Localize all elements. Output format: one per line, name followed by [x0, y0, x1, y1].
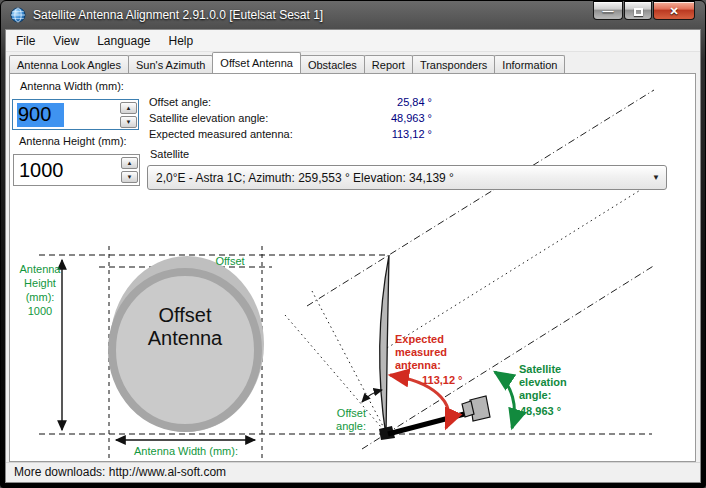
expected-value: 113,12 °: [422, 374, 463, 386]
elevation-label-line2: elevation: [519, 376, 567, 388]
dish-profile: [380, 255, 389, 436]
width-label: Antenna Width (mm):: [134, 445, 238, 457]
app-globe-icon: [10, 7, 26, 23]
satellite-label: Satellite: [150, 148, 189, 160]
maximize-icon: [634, 8, 643, 16]
antenna-height-field: ▲ ▼: [13, 154, 140, 186]
tab-offset-antenna[interactable]: Offset Antenna: [212, 52, 301, 73]
elevation-label-line1: Satellite: [519, 363, 561, 375]
menu-view[interactable]: View: [44, 30, 88, 52]
offset-angle-readout-label: Offset angle:: [149, 96, 211, 108]
feed-arm: [388, 412, 472, 434]
offset-angle-label-line2: angle:: [336, 420, 366, 432]
elevation-value: 48,963 °: [520, 405, 561, 417]
close-icon: ✕: [654, 2, 694, 20]
antenna-height-spin-up[interactable]: ▲: [121, 157, 138, 169]
elevation-label-line3: angle:: [519, 389, 551, 401]
antenna-width-field: ▲ ▼: [12, 99, 139, 130]
tab-report[interactable]: Report: [364, 55, 413, 73]
antenna-height-label: Antenna Height (mm):: [19, 135, 127, 147]
titlebar[interactable]: Satellite Antenna Alignment 2.91.0.0 [Eu…: [1, 1, 705, 29]
satellite-selected-option: 2,0°E - Astra 1C; Azimuth: 259,553 ° Ele…: [148, 171, 646, 185]
antenna-disc-front: [112, 272, 258, 428]
offset-antenna-page: Offset Antenna Antenna Height (mm): 1000…: [9, 73, 696, 462]
menu-help[interactable]: Help: [160, 30, 203, 52]
window-title: Satellite Antenna Alignment 2.91.0.0 [Eu…: [33, 1, 323, 29]
statusbar: More downloads: http://www.al-soft.com: [6, 462, 700, 482]
height-label-line3: (mm):: [26, 291, 55, 303]
elevation-readout-value: 48,963 °: [320, 112, 432, 124]
offset-angle-label-line1: Offset: [337, 407, 366, 419]
tab-antenna-look-angles[interactable]: Antenna Look Angles: [9, 55, 129, 73]
tab-transponders[interactable]: Transponders: [412, 55, 495, 73]
menubar: File View Language Help: [6, 30, 700, 52]
elevation-angle-arc: [495, 372, 514, 428]
satellite-ray-middle: [387, 189, 642, 348]
height-label-line1: Antenna: [20, 263, 62, 275]
expected-label-line3: antenna:: [395, 359, 441, 371]
app-window: Satellite Antenna Alignment 2.91.0.0 [Eu…: [0, 0, 706, 488]
window-frame: File View Language Help Antenna Look Ang…: [5, 29, 701, 483]
minimize-icon: —: [594, 2, 622, 20]
antenna-width-spin-down[interactable]: ▼: [120, 116, 137, 128]
expected-readout-label: Expected measured antenna:: [149, 128, 293, 140]
height-label-line2: Height: [24, 277, 56, 289]
tabstrip: Antenna Look Angles Sun's Azimuth Offset…: [6, 52, 700, 73]
expected-label-line2: measured: [395, 346, 447, 358]
offset-angle-arc: [362, 390, 382, 402]
expected-label-line1: Expected: [395, 333, 444, 345]
tab-suns-azimuth[interactable]: Sun's Azimuth: [128, 55, 213, 73]
status-text: More downloads: http://www.al-soft.com: [14, 465, 226, 479]
menu-language[interactable]: Language: [88, 30, 159, 52]
satellite-select[interactable]: 2,0°E - Astra 1C; Azimuth: 259,553 ° Ele…: [147, 165, 667, 190]
height-label-line4: 1000: [28, 305, 52, 317]
close-button[interactable]: ✕: [653, 1, 695, 20]
antenna-height-input[interactable]: [14, 155, 120, 185]
elevation-readout-label: Satellite elevation angle:: [149, 112, 268, 124]
offset-label: Offset: [215, 255, 244, 267]
antenna-width-label: Antenna Width (mm):: [20, 80, 124, 92]
minimize-button[interactable]: —: [593, 1, 623, 20]
tab-information[interactable]: Information: [494, 55, 565, 73]
antenna-width-spin-up[interactable]: ▲: [120, 102, 137, 114]
menu-file[interactable]: File: [6, 30, 44, 52]
offset-angle-readout-value: 25,84 °: [320, 96, 432, 108]
maximize-button[interactable]: [624, 1, 652, 20]
tab-obstacles[interactable]: Obstacles: [300, 55, 365, 73]
antenna-width-input[interactable]: [13, 100, 119, 129]
chevron-down-icon: ▼: [646, 173, 666, 182]
dish-label-line2: Antenna: [148, 327, 223, 349]
expected-readout-value: 113,12 °: [320, 128, 432, 140]
antenna-height-spin-down[interactable]: ▼: [121, 171, 138, 183]
dish-label-line1: Offset: [159, 304, 212, 326]
